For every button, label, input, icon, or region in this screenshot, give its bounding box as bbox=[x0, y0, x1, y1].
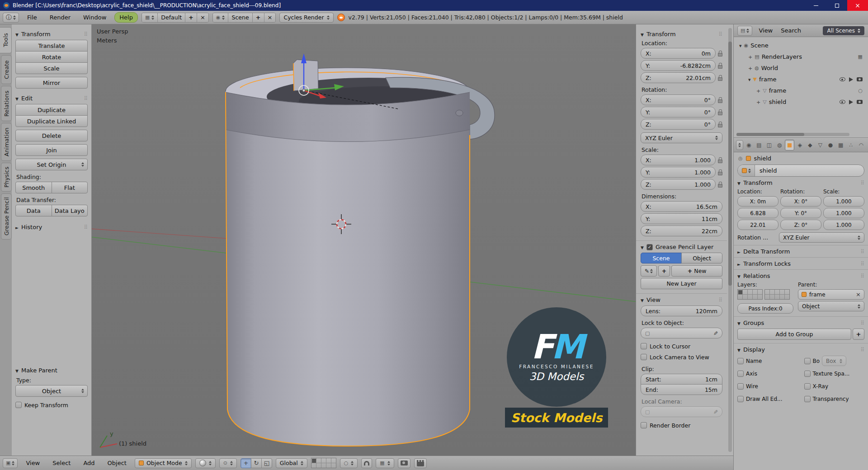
display-texspace-checkbox[interactable] bbox=[804, 371, 811, 377]
scale-z-field[interactable]: 1.000 bbox=[823, 220, 864, 230]
menu-window[interactable]: Window bbox=[79, 13, 111, 22]
manipulator-rotate-button[interactable]: ↻ bbox=[251, 458, 262, 468]
location-z-field[interactable]: 22.01 bbox=[737, 220, 778, 230]
lock-icon[interactable] bbox=[718, 99, 722, 103]
editor-type-selector[interactable] bbox=[3, 13, 19, 23]
tab-object-data[interactable]: ▽ bbox=[816, 140, 825, 150]
renderability-toggle-icon[interactable] bbox=[857, 100, 863, 104]
menu-add[interactable]: Add bbox=[79, 458, 99, 468]
dimension-z-field[interactable]: Z:22cm bbox=[641, 226, 722, 236]
add-to-group-button[interactable]: Add to Group bbox=[737, 329, 851, 340]
renderability-toggle-icon[interactable] bbox=[857, 77, 863, 81]
scale-z-field[interactable]: Z:1.000 bbox=[641, 179, 716, 190]
parent-type-select[interactable]: Object bbox=[15, 385, 88, 397]
lock-to-cursor-checkbox[interactable] bbox=[641, 343, 647, 349]
minimize-button[interactable] bbox=[806, 0, 826, 11]
grease-pencil-checkbox[interactable] bbox=[646, 244, 653, 250]
snap-element-select[interactable]: ▦ bbox=[376, 458, 394, 468]
clip-end-field[interactable]: End:15m bbox=[641, 384, 722, 395]
clip-start-field[interactable]: Start:1cm bbox=[641, 374, 722, 385]
layers-widget[interactable] bbox=[737, 289, 763, 300]
expand-icon[interactable] bbox=[748, 53, 752, 60]
tab-physics[interactable]: ◠ bbox=[856, 140, 866, 150]
outliner-editor-selector[interactable]: ▤ bbox=[737, 26, 752, 36]
join-button[interactable]: Join bbox=[15, 144, 88, 156]
pass-index-field[interactable]: Pass Index:0 bbox=[737, 303, 793, 314]
delete-layout-button[interactable] bbox=[197, 13, 208, 22]
tab-grease-pencil[interactable]: Grease Pencil bbox=[1, 193, 12, 240]
data-transfer-button[interactable]: Data bbox=[15, 205, 52, 216]
mirror-button[interactable]: Mirror bbox=[15, 77, 88, 89]
scale-button[interactable]: Scale bbox=[15, 62, 88, 74]
viewport-3d[interactable]: User Persp Meters y (1) shield FM FRANCE… bbox=[92, 24, 636, 456]
add-scene-button[interactable] bbox=[253, 13, 264, 22]
relations-panel-header[interactable]: Relations bbox=[737, 273, 864, 279]
id-browse-button[interactable] bbox=[738, 165, 755, 176]
outliner-row-world[interactable]: ◍ World bbox=[736, 62, 866, 74]
delta-transform-panel-header[interactable]: Delta Transform bbox=[737, 248, 864, 255]
dimension-x-field[interactable]: X:16.5cm bbox=[641, 201, 722, 212]
expand-icon[interactable] bbox=[748, 76, 751, 83]
data-layout-transfer-button[interactable]: Data Layo bbox=[52, 205, 88, 216]
gp-add-button[interactable] bbox=[658, 265, 670, 277]
transform-panel-header[interactable]: Transform bbox=[15, 31, 88, 38]
screen-layout-browse[interactable]: ▦ bbox=[142, 13, 158, 22]
rotation-y-field[interactable]: Y:0° bbox=[641, 107, 716, 118]
display-wire-checkbox[interactable] bbox=[737, 383, 744, 390]
lens-field[interactable]: Lens:120mm bbox=[641, 306, 722, 316]
tab-render-layers[interactable]: ▤ bbox=[755, 140, 764, 150]
shade-smooth-button[interactable]: Smooth bbox=[15, 182, 52, 193]
lock-icon[interactable] bbox=[718, 77, 722, 81]
lock-icon[interactable] bbox=[718, 184, 722, 188]
selectability-toggle-icon[interactable] bbox=[849, 77, 853, 82]
opengl-render-button[interactable] bbox=[398, 458, 410, 468]
gp-source-object-button[interactable]: Object bbox=[681, 253, 722, 263]
lock-icon[interactable] bbox=[718, 53, 722, 56]
snap-toggle-button[interactable] bbox=[361, 458, 372, 468]
expand-icon[interactable] bbox=[756, 87, 760, 94]
clear-icon[interactable] bbox=[856, 291, 861, 298]
lock-icon[interactable] bbox=[718, 112, 722, 115]
tab-render[interactable]: ◉ bbox=[744, 140, 754, 150]
set-origin-button[interactable]: Set Origin bbox=[15, 159, 88, 170]
tab-scene[interactable]: ◫ bbox=[764, 140, 774, 150]
edit-panel-header[interactable]: Edit bbox=[15, 95, 88, 102]
display-all-edges-checkbox[interactable] bbox=[737, 396, 744, 402]
outliner-menu-search[interactable]: Search bbox=[779, 26, 803, 35]
outliner-row-frame-object[interactable]: ▼ frame bbox=[736, 74, 866, 85]
outliner-menu-view[interactable]: View bbox=[757, 26, 774, 35]
rotation-z-field[interactable]: Z: 0° bbox=[780, 220, 821, 230]
keep-transform-checkbox[interactable] bbox=[15, 402, 22, 408]
menu-file[interactable]: File bbox=[23, 13, 42, 22]
maximize-button[interactable] bbox=[826, 0, 847, 11]
local-camera-field[interactable]: ▢ bbox=[641, 406, 722, 417]
duplicate-linked-button[interactable]: Duplicate Linked bbox=[15, 115, 88, 127]
view3d-editor-selector[interactable]: ▣ bbox=[3, 458, 18, 468]
scrollbar-thumb[interactable] bbox=[736, 133, 804, 136]
object-name-field[interactable]: shield bbox=[737, 164, 864, 177]
tab-modifiers[interactable]: ◆ bbox=[806, 140, 815, 150]
parent-field[interactable]: frame bbox=[798, 289, 864, 300]
view-panel-header[interactable]: View bbox=[641, 296, 722, 303]
display-xray-checkbox[interactable] bbox=[804, 383, 811, 390]
scrollbar-thumb[interactable] bbox=[728, 42, 732, 286]
outliner-scrollbar[interactable] bbox=[736, 133, 849, 136]
lock-icon[interactable] bbox=[718, 172, 722, 175]
gp-new-button[interactable]: New bbox=[671, 265, 722, 277]
scale-x-field[interactable]: X:1.000 bbox=[641, 155, 716, 165]
outliner-row-scene[interactable]: ◉ Scene bbox=[736, 40, 866, 51]
display-bounds-checkbox[interactable] bbox=[804, 358, 811, 364]
screen-layout-name[interactable]: Default bbox=[158, 13, 185, 22]
gp-new-layer-button[interactable]: New Layer bbox=[641, 278, 722, 289]
tab-constraints[interactable]: ◈ bbox=[795, 140, 805, 150]
pivot-point-select[interactable]: ⊙ bbox=[219, 458, 237, 468]
manipulator-translate-button[interactable]: + bbox=[241, 458, 251, 468]
location-x-field[interactable]: X:0m bbox=[641, 48, 716, 59]
tab-physics[interactable]: Physics bbox=[1, 163, 12, 192]
display-panel-header[interactable]: Display bbox=[737, 346, 864, 353]
tab-animation[interactable]: Animation bbox=[1, 123, 12, 161]
rotation-y-field[interactable]: Y: 0° bbox=[780, 208, 821, 218]
rotation-x-field[interactable]: X:0° bbox=[641, 94, 716, 105]
scale-x-field[interactable]: 1.000 bbox=[823, 196, 864, 207]
rotation-z-field[interactable]: Z:0° bbox=[641, 119, 716, 130]
